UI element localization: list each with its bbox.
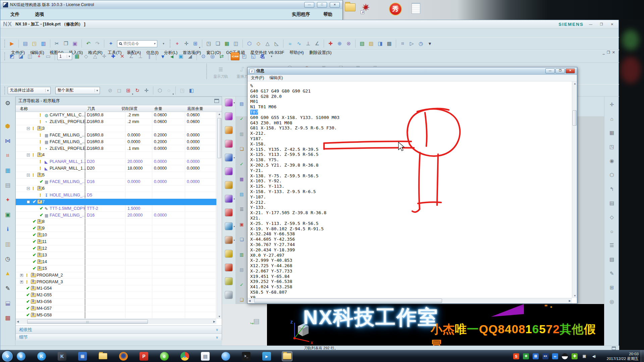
shaded-icon[interactable]: ▣ [177,52,185,61]
info-vscrollbar[interactable]: ▲ ▼ [572,81,577,298]
expander-icon[interactable]: − [27,200,30,203]
angle2-icon[interactable]: ∠ [127,52,136,61]
name-display-icon[interactable]: 名 [258,52,267,61]
delete-icon[interactable]: ✕ [118,52,126,61]
search-dropdown-icon[interactable]: ▾ [159,40,168,48]
column-名称[interactable]: 名称 [20,106,28,112]
desktop-folder-icon[interactable] [345,3,356,11]
circle-icon[interactable]: ○ [607,227,616,236]
tree-row-7[interactable]: −✔≣7 [16,199,216,205]
snap-point-icon[interactable]: ⌖ [35,52,43,61]
scroll-down-icon[interactable]: ▼ [217,315,222,318]
open-doc-icon[interactable]: ▤↪ [252,317,261,325]
select-edge-icon[interactable]: ◫ [26,52,34,61]
p2-gray-icon[interactable]: ▤ [239,266,245,273]
desktop-notepad-icon[interactable] [412,3,420,14]
expander-icon[interactable]: − [27,174,30,177]
chrome-taskbar-icon[interactable]: ● [180,352,190,361]
navigator-detach-icon[interactable] [214,99,219,103]
pal-scale-icon[interactable] [225,126,233,134]
info-titlebar[interactable]: i 信息 — ❐ ✕ [248,67,577,75]
rotate-icon[interactable]: △ [91,52,99,61]
pal-divide-icon[interactable]: ▾ [225,222,233,230]
parallel-icon[interactable]: ∥ [145,52,154,61]
tree-row-HOLE_MILLING_...[interactable]: !↧HOLE_MILLING_...D5 [16,192,216,199]
assembly-nav-icon[interactable]: ⬢ [3,121,12,131]
part-nav-icon[interactable]: ⌗ [3,151,12,160]
shell-icon[interactable]: ◫ [232,40,240,48]
kugou-music-taskbar-icon[interactable]: K [37,352,47,361]
navigator-vscrollbar[interactable]: ▲ ▼ [217,112,222,319]
tree-row-M4-G57[interactable]: ✔≣M4-G57 [16,305,216,312]
select-box-icon[interactable]: ▭ [44,52,52,61]
tree-row-PLANAR_MILL_1...[interactable]: !◣PLANAR_MILL_1...D2020.00000.00000.0000 [16,159,216,165]
p2-doc-icon[interactable]: ▥ [239,131,245,137]
subtract-icon[interactable]: ⊗ [344,40,353,48]
p2-sheet-icon[interactable]: ▤ [239,101,245,107]
info-menu-文件(F)[interactable]: 文件(F) [251,75,264,81]
history-clock-icon[interactable]: ◷ [417,40,425,48]
icam-icon[interactable]: iCAM [231,52,239,60]
tree-row-M5-G58[interactable]: ✔≣M5-G58 [16,312,216,319]
tree-row-13[interactable]: ✔≣13 [16,252,216,259]
show-toolpath-button[interactable]: ≣ 显示刀轨 [211,64,230,81]
expander-icon[interactable]: + [20,274,23,277]
tree-row-8[interactable]: ✔≣8 [16,219,216,225]
refresh-red-icon[interactable]: ↻ [133,86,142,95]
mirror-icon[interactable]: ◇ [254,40,263,48]
scroll-right-icon[interactable]: ▶ [569,299,571,302]
expander-icon[interactable]: − [27,127,30,130]
scroll-down-icon[interactable]: ▼ [574,294,576,297]
bulb-tip-icon[interactable]: ▲ [3,269,12,278]
mill-finish-icon[interactable]: ▨ [367,40,375,48]
scroll-left-icon[interactable]: ◀ [17,320,19,323]
ring2-icon[interactable]: ◎ [607,297,616,306]
copy-icon[interactable]: ❐ [62,40,70,48]
scroll-left-icon[interactable]: ◀ [249,299,251,302]
notepad-taskbar-icon[interactable]: ▤ [200,352,210,361]
column-余量[interactable]: 余量 [154,106,162,112]
list-icon[interactable]: ☰ [607,241,616,250]
swap-icon[interactable]: ⇄ [217,52,226,61]
select-face-icon[interactable]: ◪ [17,52,25,61]
move-icon[interactable]: ✛ [607,100,616,109]
tree-row-11[interactable]: ✔≣11 [16,239,216,245]
taskbar-clock[interactable]: 20:03 2017/12/22 星期五 [602,352,639,361]
play-icon[interactable]: ▷ [408,40,416,48]
pal-project-icon[interactable]: ▾ [225,195,233,203]
doc-icon[interactable]: ▥ [3,239,12,249]
info-close-button[interactable]: ✕ [566,68,575,73]
info-maximize-button[interactable]: ❐ [555,68,565,73]
expander-icon[interactable]: − [27,154,30,157]
tree-row-PROGRAM_2[interactable]: +!≣PROGRAM_2 [16,272,216,279]
p2-copy-icon[interactable]: ❏ [239,146,245,152]
iso-view-icon[interactable]: ◳ [607,142,616,152]
tree-row-3[interactable]: −!≣3 [16,125,216,132]
hand-pick-icon[interactable]: ✛ [142,86,151,95]
file-explorer-taskbar-icon[interactable] [282,352,292,361]
license-maximize-button[interactable]: □ [317,2,327,8]
pan-icon[interactable]: ✛ [100,52,108,61]
pal-move-icon[interactable]: ▾ [225,99,233,107]
p2-list-icon[interactable]: ☰ [239,206,245,212]
tree-row-PLANAR_MILL_1...[interactable]: !◣PLANAR_MILL_1...D2018.00000.00000.0000 [16,165,216,172]
qq-penguin-tray-icon[interactable] [562,353,568,359]
p2-tan-icon[interactable]: ❏ [239,297,245,303]
column-刀具[interactable]: 刀具 [87,106,95,112]
tree-row-14[interactable]: ✔≣14 [16,259,216,265]
tree-row-6[interactable]: −!≣6 [16,185,216,192]
corner-icon[interactable]: ↰ [607,184,616,194]
grid-view-icon[interactable]: ▦ [607,128,616,137]
dashed-rect-icon[interactable]: ◌▾ [165,86,173,95]
tree-row-CAVITY_MILL_C...[interactable]: !◍CAVITY_MILL_C...D16R0.8.2 mm0.06000.06… [16,112,216,119]
reuse-lib-icon[interactable]: ✦ [3,195,12,204]
p2-page-icon[interactable]: ❏ [239,236,245,242]
tree-row-15[interactable]: ✔≣15 [16,265,216,272]
pal-extend-icon[interactable] [225,208,233,217]
hatch-red-icon[interactable]: ▩ [3,313,12,322]
new-part-icon[interactable]: ▤ [21,40,30,48]
drill-icon[interactable]: ◨ [376,40,384,48]
pal-gray1-icon[interactable] [225,291,233,299]
pen-icon[interactable]: ✎ [607,269,616,278]
info-minimize-button[interactable]: — [545,68,555,73]
